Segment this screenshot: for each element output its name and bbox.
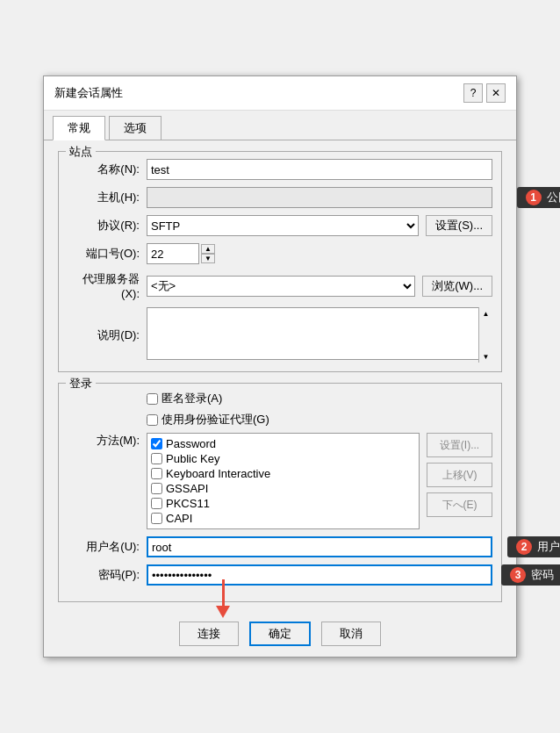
host-badge-num: 1 <box>526 190 542 205</box>
port-input[interactable] <box>147 243 199 264</box>
user-input-wrap: 2 用户名 <box>147 536 492 557</box>
method-item-gssapi: GSSAPI <box>151 482 415 495</box>
anon-row: 匿名登录(A) <box>147 391 492 406</box>
site-section: 站点 名称(N): 主机(H): 1 公网IP <box>58 151 502 372</box>
desc-row: 说明(D): ▲ ▼ <box>68 307 492 363</box>
host-tooltip: 1 公网IP <box>517 187 560 208</box>
pwd-input[interactable] <box>147 564 492 586</box>
host-wrapper: 1 公网IP <box>147 187 492 208</box>
host-row: 主机(H): 1 公网IP <box>68 187 492 208</box>
name-field-wrap <box>147 159 492 180</box>
ok-button[interactable]: 确定 <box>249 622 311 646</box>
pwd-tooltip-text: 密码 <box>531 567 554 583</box>
method-label-pkcs11: PKCS11 <box>166 497 210 510</box>
proxy-label: 代理服务器(X): <box>68 271 147 300</box>
host-tooltip-text: 公网IP <box>547 190 560 205</box>
method-item-pkcs11: PKCS11 <box>151 497 415 510</box>
method-row: 方法(M): Password Public Key Keyboard Inte… <box>68 433 492 529</box>
method-buttons: 设置(I)... 上移(V) 下へ(E) <box>427 433 492 517</box>
content-area: 站点 名称(N): 主机(H): 1 公网IP <box>44 140 516 613</box>
arrow-head <box>216 606 230 618</box>
method-item-keyboard: Keyboard Interactive <box>151 467 415 480</box>
close-button[interactable]: ✕ <box>486 83 506 103</box>
browse-button[interactable]: 浏览(W)... <box>422 276 492 297</box>
method-item-capi: CAPI <box>151 512 415 525</box>
pwd-input-wrap: 3 密码 <box>147 564 492 586</box>
method-checkbox-gssapi[interactable] <box>151 483 162 494</box>
agent-label: 使用身份验证代理(G) <box>162 412 269 428</box>
method-checkbox-pkcs11[interactable] <box>151 498 162 509</box>
name-row: 名称(N): <box>68 159 492 180</box>
method-checkbox-password[interactable] <box>151 438 162 449</box>
method-label-gssapi: GSSAPI <box>166 482 208 495</box>
anon-label: 匿名登录(A) <box>162 391 222 406</box>
protocol-label: 协议(R): <box>68 218 147 234</box>
port-wrapper: ▲ ▼ <box>147 243 215 264</box>
agent-row: 使用身份验证代理(G) <box>147 412 492 428</box>
tab-general[interactable]: 常规 <box>53 116 105 140</box>
pwd-tooltip: 3 密码 <box>501 564 560 586</box>
name-label: 名称(N): <box>68 162 147 177</box>
dialog: 新建会话属性 ? ✕ 常规 选项 站点 名称(N): <box>43 75 517 658</box>
scroll-up-icon[interactable]: ▲ <box>480 307 492 320</box>
tab-options[interactable]: 选项 <box>109 116 162 140</box>
connect-button[interactable]: 连接 <box>179 622 239 646</box>
login-section-label: 登录 <box>66 376 96 392</box>
method-checkbox-keyboard[interactable] <box>151 468 162 479</box>
method-item-publickey: Public Key <box>151 452 415 465</box>
method-label-keyboard: Keyboard Interactive <box>166 467 270 480</box>
connect-arrow <box>216 579 230 618</box>
port-label: 端口号(O): <box>68 246 147 262</box>
name-input[interactable] <box>147 159 492 180</box>
port-spin: ▲ ▼ <box>201 244 215 263</box>
help-button[interactable]: ? <box>463 83 483 103</box>
host-label: 主机(H): <box>68 190 147 205</box>
user-input[interactable] <box>147 536 492 557</box>
user-tooltip: 2 用户名 <box>507 536 560 557</box>
protocol-select-wrap: SFTP FTP SCP TELNET 设置(S)... <box>147 215 492 236</box>
pwd-row: 密码(P): 3 密码 <box>68 564 492 586</box>
desc-wrap: ▲ ▼ <box>147 307 492 363</box>
proxy-select-wrap: <无> 浏览(W)... <box>147 276 492 297</box>
anon-checkbox[interactable] <box>147 393 158 405</box>
cancel-button[interactable]: 取消 <box>321 622 381 646</box>
user-label: 用户名(U): <box>68 539 147 555</box>
dialog-title: 新建会话属性 <box>54 85 123 101</box>
title-bar-buttons: ? ✕ <box>463 83 506 103</box>
host-input[interactable] <box>147 187 492 208</box>
proxy-row: 代理服务器(X): <无> 浏览(W)... <box>68 271 492 300</box>
proxy-select[interactable]: <无> <box>147 276 415 297</box>
login-section: 登录 匿名登录(A) 使用身份验证代理(G) 方法(M): Password <box>58 383 502 602</box>
desc-textarea[interactable] <box>147 307 492 360</box>
pwd-label: 密码(P): <box>68 567 147 583</box>
protocol-row: 协议(R): SFTP FTP SCP TELNET 设置(S)... <box>68 215 492 236</box>
footer-buttons: 连接 确定 取消 <box>44 613 516 657</box>
title-bar: 新建会话属性 ? ✕ <box>44 76 516 111</box>
scroll-down-icon[interactable]: ▼ <box>480 350 492 363</box>
arrow-shaft <box>222 579 225 606</box>
port-row: 端口号(O): ▲ ▼ <box>68 243 492 264</box>
method-list: Password Public Key Keyboard Interactive… <box>147 433 420 529</box>
method-item-password: Password <box>151 437 415 450</box>
user-badge-num: 2 <box>516 539 532 555</box>
method-checkbox-capi[interactable] <box>151 513 162 524</box>
desc-label: 说明(D): <box>68 327 147 343</box>
method-label: 方法(M): <box>68 433 147 449</box>
settings-button[interactable]: 设置(S)... <box>426 215 492 236</box>
method-move-down-button[interactable]: 下へ(E) <box>427 492 492 517</box>
tabs-bar: 常规 选项 <box>44 111 516 140</box>
pwd-badge-num: 3 <box>510 567 526 583</box>
method-move-up-button[interactable]: 上移(V) <box>427 463 492 487</box>
method-label-capi: CAPI <box>166 512 192 525</box>
port-down-btn[interactable]: ▼ <box>201 254 215 263</box>
desc-scrollbar[interactable]: ▲ ▼ <box>478 307 492 363</box>
method-label-password: Password <box>166 437 216 450</box>
method-label-publickey: Public Key <box>166 452 219 465</box>
method-settings-button[interactable]: 设置(I)... <box>427 433 492 457</box>
agent-checkbox[interactable] <box>147 414 158 426</box>
user-row: 用户名(U): 2 用户名 <box>68 536 492 557</box>
protocol-select[interactable]: SFTP FTP SCP TELNET <box>147 215 419 236</box>
port-up-btn[interactable]: ▲ <box>201 244 215 254</box>
method-checkbox-publickey[interactable] <box>151 453 162 464</box>
site-section-label: 站点 <box>66 144 96 160</box>
